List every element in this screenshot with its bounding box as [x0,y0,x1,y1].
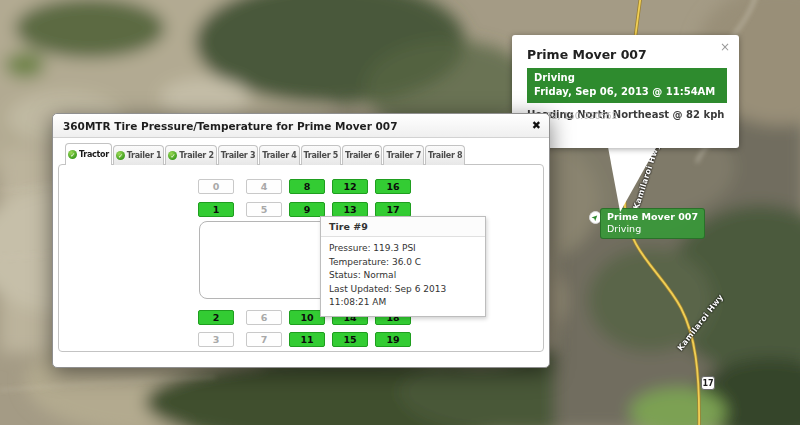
tab-trailer-8[interactable]: Trailer 8 [425,145,465,165]
status-ok-icon: ✓ [168,151,177,160]
tire-7[interactable]: 7 [246,332,282,347]
tire-modal-header[interactable]: 360MTR Tire Pressure/Temperature for Pri… [53,114,549,138]
tooltip-status: Status: Normal [329,269,477,283]
tire-9[interactable]: 9 [289,202,325,217]
tire-tooltip: Tire #9 Pressure: 119.3 PSI Temperature:… [320,216,486,317]
tire-3[interactable]: 3 [198,332,234,347]
popup-vehicle-title: Prime Mover 007 [527,47,727,62]
tab-label: Trailer 3 [221,151,255,160]
tab-trailer-1[interactable]: ✓Trailer 1 [113,145,164,165]
status-ok-icon: ✓ [68,150,77,159]
tire-modal-body: ✓Tractor✓Trailer 1✓Trailer 2Trailer 3Tra… [53,138,549,352]
tooltip-temperature: Temperature: 36.0 C [329,256,477,270]
marker-vehicle-status: Driving [607,223,698,235]
tab-label: Trailer 5 [304,151,338,160]
app-stage: Kamilaroi Hwy Kamilaroi Hwy 17 ➤ Prime M… [0,0,800,425]
route-shield-17: 17 [701,376,715,390]
tire-2[interactable]: 2 [198,310,234,325]
popup-close-icon[interactable]: × [720,41,730,53]
tooltip-last-updated: Last Updated: Sep 6 2013 11:08:21 AM [329,283,477,310]
tire-0[interactable]: 0 [198,179,234,194]
popup-coordinates: 32, 150.020552 [546,111,618,121]
tab-label: Trailer 6 [345,151,379,160]
vehicle-marker-label[interactable]: Prime Mover 007 Driving [600,208,705,239]
tire-13[interactable]: 13 [332,202,368,217]
popup-status-banner: Driving Friday, Sep 06, 2013 @ 11:54AM [527,68,727,103]
tire-12[interactable]: 12 [332,179,368,194]
tab-strip: ✓Tractor✓Trailer 1✓Trailer 2Trailer 3Tra… [58,143,544,165]
tab-label: Trailer 8 [428,151,462,160]
marker-vehicle-name: Prime Mover 007 [607,211,698,223]
tab-trailer-6[interactable]: Trailer 6 [342,145,382,165]
tire-6[interactable]: 6 [246,310,282,325]
tire-5[interactable]: 5 [246,202,282,217]
status-ok-icon: ✓ [116,151,125,160]
tab-label: Tractor [79,150,109,159]
tab-label: Trailer 1 [127,151,161,160]
popup-status: Driving [534,71,720,85]
tire-1[interactable]: 1 [198,202,234,217]
tab-label: Trailer 2 [179,151,213,160]
tire-17[interactable]: 17 [375,202,411,217]
tooltip-title: Tire #9 [321,217,485,237]
tab-trailer-2[interactable]: ✓Trailer 2 [165,145,216,165]
tab-trailer-7[interactable]: Trailer 7 [383,145,423,165]
tire-8[interactable]: 8 [289,179,325,194]
tire-15[interactable]: 15 [332,332,368,347]
popup-status-time: Friday, Sep 06, 2013 @ 11:54AM [534,85,720,99]
tab-label: Trailer 4 [262,151,296,160]
tab-tractor[interactable]: ✓Tractor [65,143,112,165]
tab-label: Trailer 7 [386,151,420,160]
tire-panel: Tire #9 Pressure: 119.3 PSI Temperature:… [58,164,544,352]
tire-4[interactable]: 4 [246,179,282,194]
tire-16[interactable]: 16 [375,179,411,194]
tire-19[interactable]: 19 [375,332,411,347]
tire-modal-title: 360MTR Tire Pressure/Temperature for Pri… [63,120,532,132]
modal-close-icon[interactable]: ✖ [532,120,541,131]
tab-trailer-3[interactable]: Trailer 3 [218,145,258,165]
tire-modal: 360MTR Tire Pressure/Temperature for Pri… [52,113,550,368]
tab-trailer-5[interactable]: Trailer 5 [301,145,341,165]
tab-trailer-4[interactable]: Trailer 4 [259,145,299,165]
tooltip-pressure: Pressure: 119.3 PSI [329,242,477,256]
tire-11[interactable]: 11 [289,332,325,347]
